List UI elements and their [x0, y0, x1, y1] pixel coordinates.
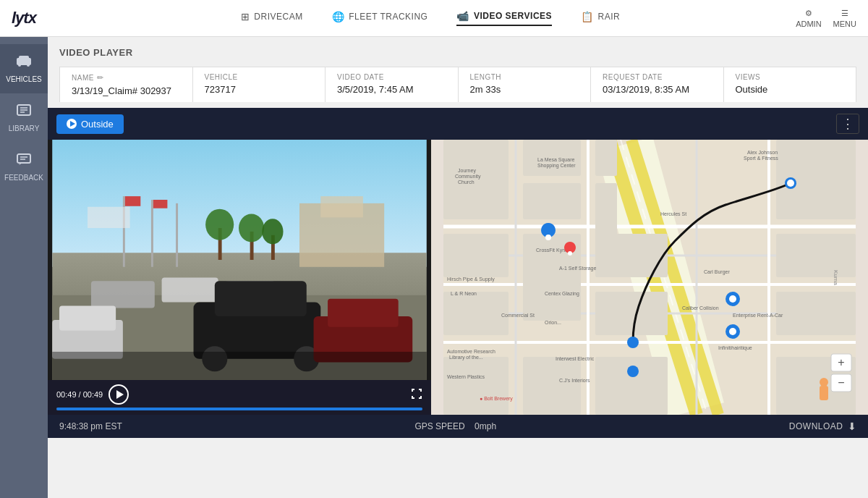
meta-name-label: NAME ✏	[72, 73, 181, 83]
svg-rect-8	[17, 154, 30, 163]
svg-text:Enterprise Rent-A-Car: Enterprise Rent-A-Car	[733, 313, 783, 318]
svg-rect-61	[523, 357, 581, 415]
svg-point-3	[27, 64, 30, 67]
nav-item-drivecam-label: DRIVECAM	[254, 12, 302, 22]
fullscreen-button[interactable]	[411, 388, 422, 402]
nav-item-drivecam[interactable]: ⊞ DRIVECAM	[241, 10, 303, 26]
timestamp-display: 9:48:38 pm EST	[59, 421, 122, 431]
map-panel[interactable]: + − Journey Community Church Alex Johnso…	[431, 140, 868, 415]
video-frame[interactable]	[48, 140, 431, 380]
svg-rect-38	[59, 305, 116, 330]
meta-request-date-label: REQUEST DATE	[603, 73, 712, 81]
nav-item-rair-label: RAIR	[598, 12, 621, 22]
svg-point-2	[18, 64, 21, 67]
svg-text:● Bolt Brewery: ● Bolt Brewery	[480, 396, 513, 402]
video-tab-outside[interactable]: Outside	[56, 114, 124, 134]
gps-speed-label: GPS SPEED	[414, 421, 464, 431]
video-options-button[interactable]: ⋮	[836, 114, 859, 134]
meta-vehicle-value: 723717	[205, 84, 314, 95]
rair-icon: 📋	[581, 11, 594, 22]
menu-label: MENU	[833, 20, 856, 28]
progress-bar[interactable]	[56, 408, 422, 410]
admin-label: ADMIN	[796, 20, 821, 28]
video-tab-outside-label: Outside	[81, 119, 114, 130]
admin-button[interactable]: ⚙ ADMIN	[796, 9, 821, 28]
download-button[interactable]: DOWNLOAD ⬇	[789, 421, 856, 432]
meta-vehicle-label: VEHICLE	[205, 73, 314, 81]
video-metadata: NAME ✏ 3/13/19_Claim# 302937 VEHICLE 723…	[59, 67, 856, 102]
sidebar-item-library[interactable]: LIBRARY	[0, 93, 48, 143]
nav-item-video-services[interactable]: 📹 VIDEO SERVICES	[456, 10, 552, 26]
svg-rect-58	[443, 292, 509, 335]
svg-text:Church: Church	[458, 180, 475, 185]
svg-rect-69	[776, 292, 856, 335]
meta-video-date-value: 3/5/2019, 7:45 AM	[337, 84, 446, 95]
svg-point-81	[820, 378, 828, 387]
svg-point-112	[568, 251, 572, 256]
nav-item-video-services-label: VIDEO SERVICES	[474, 11, 552, 21]
sidebar: VEHICLES LIBRARY	[0, 37, 48, 498]
video-time-bar: 00:49 / 00:49	[56, 384, 422, 405]
menu-button[interactable]: ☰ MENU	[833, 9, 856, 28]
svg-rect-26	[176, 203, 178, 267]
nav-item-fleet-tracking[interactable]: 🌐 FLEET TRACKING	[332, 10, 428, 26]
nav-links: ⊞ DRIVECAM 🌐 FLEET TRACKING 📹 VIDEO SERV…	[65, 10, 796, 26]
feedback-icon	[16, 153, 32, 169]
video-controls: 00:49 / 00:49	[48, 380, 431, 415]
sidebar-library-label: LIBRARY	[9, 124, 40, 132]
meta-views: VIEWS Outside	[724, 67, 856, 102]
svg-rect-25	[153, 200, 168, 208]
svg-point-73	[627, 337, 639, 348]
meta-name: NAME ✏ 3/13/19_Claim# 302937	[60, 67, 193, 102]
svg-text:Orion...: Orion...	[545, 320, 561, 325]
fleet-tracking-icon: 🌐	[332, 11, 345, 22]
svg-rect-27	[88, 207, 130, 228]
library-icon	[16, 104, 32, 120]
download-icon: ⬇	[848, 421, 857, 432]
svg-rect-32	[215, 281, 307, 316]
svg-text:Automotive Research: Automotive Research	[447, 349, 495, 354]
svg-text:Hercules St: Hercules St	[660, 211, 686, 216]
video-scene-svg	[48, 140, 431, 380]
logo[interactable]: lytx	[12, 9, 36, 28]
meta-video-date: VIDEO DATE 3/5/2019, 7:45 AM	[326, 67, 459, 102]
sidebar-item-vehicles[interactable]: VEHICLES	[0, 44, 48, 93]
sidebar-item-feedback[interactable]: FEEDBACK	[0, 143, 48, 192]
svg-text:Commercial St: Commercial St	[501, 313, 535, 318]
meta-length: LENGTH 2m 33s	[459, 67, 592, 102]
svg-text:−: −	[838, 376, 844, 389]
nav-item-rair[interactable]: 📋 RAIR	[581, 10, 620, 26]
svg-text:Carl Burger: Carl Burger	[704, 269, 730, 275]
svg-rect-1	[19, 56, 29, 60]
svg-text:Alex Johnson: Alex Johnson	[747, 150, 778, 155]
svg-point-72	[787, 180, 794, 187]
svg-text:Hirsch Pipe & Supply: Hirsch Pipe & Supply	[447, 277, 495, 282]
sidebar-feedback-label: FEEDBACK	[4, 174, 43, 182]
svg-rect-30	[91, 281, 155, 308]
svg-point-21	[205, 209, 234, 240]
map-svg: + − Journey Community Church Alex Johnso…	[431, 140, 868, 415]
svg-rect-54	[443, 140, 509, 219]
svg-rect-64	[595, 234, 668, 277]
svg-text:Infinitihairitique: Infinitihairitique	[718, 345, 752, 351]
svg-text:Community: Community	[455, 174, 481, 180]
drivecam-icon: ⊞	[241, 11, 250, 22]
meta-length-value: 2m 33s	[470, 84, 579, 95]
top-navigation: lytx ⊞ DRIVECAM 🌐 FLEET TRACKING 📹 VIDEO…	[0, 0, 868, 37]
gps-speed-display: GPS SPEED 0mph	[122, 421, 789, 431]
meta-request-date-value: 03/13/2019, 8:35 AM	[603, 84, 712, 95]
video-services-icon: 📹	[456, 10, 469, 22]
nav-right: ⚙ ADMIN ☰ MENU	[796, 9, 856, 28]
edit-icon[interactable]: ✏	[97, 73, 104, 83]
svg-point-76	[729, 295, 736, 303]
video-tabs: Outside ⋮	[48, 108, 868, 140]
svg-text:Library of the...: Library of the...	[449, 355, 483, 360]
svg-rect-60	[443, 357, 509, 415]
svg-rect-28	[162, 277, 218, 302]
status-bar: 9:48:38 pm EST GPS SPEED 0mph DOWNLOAD ⬇	[48, 415, 868, 438]
video-player-section: VIDEO PLAYER NAME ✏ 3/13/19_Claim# 30293…	[48, 37, 868, 108]
svg-text:Journey: Journey	[458, 168, 476, 174]
svg-point-19	[262, 219, 283, 244]
play-button[interactable]	[109, 384, 129, 405]
play-triangle-icon	[116, 390, 124, 399]
